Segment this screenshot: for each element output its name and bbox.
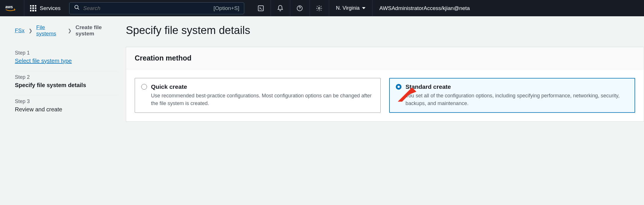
services-menu-button[interactable]: Services (24, 0, 66, 16)
svg-point-7 (318, 7, 320, 9)
cloudshell-button[interactable] (251, 0, 271, 16)
tile-title: Quick create (151, 83, 374, 90)
search-box[interactable]: [Option+S] (69, 2, 244, 14)
settings-button[interactable] (309, 0, 329, 16)
tile-description: Use recommended best-practice configurat… (151, 92, 374, 107)
account-label: AWSAdministratorAccess/kjian@neta (379, 5, 470, 11)
breadcrumb-file-systems[interactable]: File systems (36, 24, 64, 37)
region-selector[interactable]: N. Virginia (329, 0, 372, 16)
services-label: Services (40, 5, 61, 11)
panel-header: Creation method (126, 47, 644, 69)
search-shortcut-hint: [Option+S] (214, 5, 239, 11)
step-title: Select file system type (15, 58, 118, 64)
search-icon (74, 5, 80, 12)
chevron-right-icon: ❯ (68, 28, 71, 33)
search-input[interactable] (83, 5, 214, 11)
breadcrumb-current: Create file system (75, 24, 118, 37)
left-column: FSx ❯ File systems ❯ Create file system … (15, 24, 118, 122)
svg-point-6 (300, 9, 300, 10)
panel-body: Quick create Use recommended best-practi… (126, 69, 644, 121)
page-body: FSx ❯ File systems ❯ Create file system … (0, 16, 644, 122)
account-menu[interactable]: AWSAdministratorAccess/kjian@neta (372, 0, 477, 16)
nav-right: N. Virginia AWSAdministratorAccess/kjian… (251, 0, 477, 16)
svg-point-1 (75, 5, 78, 9)
tile-description: You set all of the configuration options… (406, 92, 629, 107)
main-column: Specify file system details Creation met… (118, 24, 644, 122)
step-label: Step 1 (15, 50, 118, 56)
tile-standard-create[interactable]: Standard create You set all of the confi… (389, 78, 635, 113)
svg-text:aws: aws (5, 5, 13, 9)
help-button[interactable] (290, 0, 309, 16)
caret-down-icon (362, 7, 365, 9)
step-label: Step 2 (15, 74, 118, 80)
radio-selected-icon (396, 84, 401, 90)
radio-unselected-icon (141, 84, 147, 90)
creation-method-panel: Creation method Quick create Use recomme… (126, 47, 644, 122)
step-label: Step 3 (15, 99, 118, 104)
chevron-right-icon: ❯ (29, 28, 32, 33)
tile-title: Standard create (406, 83, 629, 90)
top-nav: aws Services [Option+S] N. Virginia (0, 0, 644, 16)
step-title: Review and create (15, 106, 118, 113)
step-title: Specify file system details (15, 82, 118, 89)
notifications-button[interactable] (271, 0, 290, 16)
breadcrumb-fsx[interactable]: FSx (15, 27, 25, 34)
region-label: N. Virginia (336, 5, 360, 11)
wizard-step-3: Step 3 Review and create (15, 96, 118, 120)
breadcrumb: FSx ❯ File systems ❯ Create file system (15, 24, 118, 37)
tile-quick-create[interactable]: Quick create Use recommended best-practi… (135, 78, 381, 113)
grid-icon (30, 5, 36, 11)
page-title: Specify file system details (126, 24, 644, 37)
wizard-step-2: Step 2 Specify file system details (15, 71, 118, 96)
aws-logo[interactable]: aws (0, 0, 24, 16)
svg-line-2 (77, 8, 79, 10)
wizard-step-1[interactable]: Step 1 Select file system type (15, 47, 118, 71)
